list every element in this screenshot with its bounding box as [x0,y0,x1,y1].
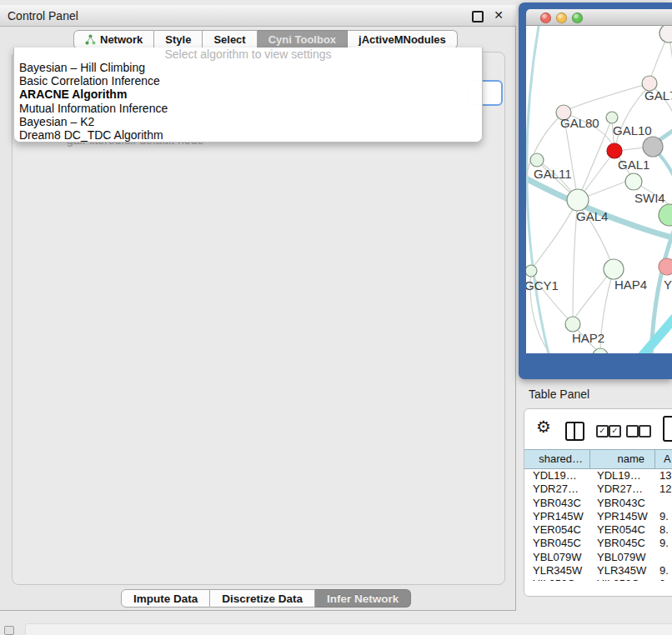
table-toolbar: ⚙✓✓ [524,409,672,449]
minimize-traffic-light-icon[interactable] [556,12,567,23]
control-panel-titlebar[interactable]: Control Panel ✕ [0,5,516,27]
table-cell [655,551,672,564]
split-columns-icon[interactable] [565,422,584,441]
table-cell: YPR145W [590,510,655,523]
network-node-label: GAL1 [618,158,649,172]
thick-teal-edges [526,128,672,353]
network-node-hap4[interactable] [604,259,624,279]
table-cell: YPR145W [524,510,590,523]
table-cell: YBL079W [590,551,655,564]
network-node-label: HAP2 [572,331,604,345]
network-node-label: SWI4 [634,191,665,205]
network-node-hap2[interactable] [565,317,580,332]
tab-label: Style [165,33,191,46]
network-node-gal1[interactable] [607,143,622,158]
algorithm-dropdown-menu: Select algorithm to view settings Bayesi… [13,48,483,142]
network-view-titlebar[interactable] [526,9,672,26]
algorithm-dropdown-items: Bayesian – Hill ClimbingBasic Correlatio… [14,61,482,142]
table-cell: YIL052C [524,578,590,581]
close-icon[interactable]: ✕ [494,8,504,22]
table-cell: YBR043C [524,497,590,510]
page-icon[interactable] [663,416,672,442]
table-row[interactable]: YBR045CYBR045C9. [524,537,672,550]
table-row[interactable]: YBL079WYBL079W [524,551,672,564]
table-cell: YIL052C [590,578,655,581]
table-row[interactable]: YDL19…YDL19…13 [524,469,672,482]
table-row[interactable]: YBR043CYBR043C [524,497,672,510]
dropdown-item-basic-correlation-inference[interactable]: Basic Correlation Inference [14,74,482,88]
table-cell: YLR345W [524,564,590,578]
table-cell: YBL079W [524,551,590,564]
float-window-icon[interactable] [472,11,484,22]
node-table: shared…nameA YDL19…YDL19…13YDR27…YDR27…1… [524,449,672,469]
dropdown-item-dream8-dc-tdc-algorithm[interactable]: Dream8 DC_TDC Algorithm [14,128,482,142]
column-header-shared-[interactable]: shared… [524,450,590,468]
network-graph: GAL7GAL80GAL10GAL1SWI4GAL11GAL4GCY1HAP4Y… [526,26,672,353]
network-canvas[interactable]: GAL7GAL80GAL10GAL1SWI4GAL11GAL4GCY1HAP4Y… [526,26,672,353]
table-row[interactable]: YLR345WYLR345W9. [524,564,672,578]
table-cell: YBR043C [590,497,655,510]
table-cell: YER054C [590,523,655,537]
table-row[interactable]: YIL052CYIL052C9. [524,578,672,581]
network-node-y[interactable] [659,258,672,275]
tab-label: Select [213,33,245,46]
table-cell: 9. [655,564,672,578]
checked-pair-icon[interactable]: ✓ [609,425,621,438]
network-node[interactable] [643,137,663,157]
network-node-label: GAL11 [534,167,572,181]
network-node-gal11[interactable] [530,153,544,167]
network-node-label: HAP4 [614,278,647,292]
table-cell: 9. [655,510,672,523]
network-node-label: GCY1 [526,278,559,292]
checked-pair-icon[interactable]: ✓ [596,425,609,438]
dropdown-item-bayesian-k2[interactable]: Bayesian – K2 [14,115,482,128]
table-cell [655,497,672,510]
tab-jactivemnodules[interactable]: jActiveMNodules [348,30,458,49]
network-node-gal10[interactable] [606,112,618,123]
zoom-traffic-light-icon[interactable] [572,12,583,23]
tab-cyni-toolbox[interactable]: Cyni Toolbox [258,30,348,49]
tab-label: jActiveMNodules [359,33,446,46]
table-row[interactable]: YPR145WYPR145W9. [524,510,672,523]
tab-label: Cyni Toolbox [268,33,336,46]
settings-gear-icon[interactable]: ⚙ [536,417,551,437]
network-icon [85,34,96,45]
bottom-strip [25,623,672,635]
minimized-window-icon[interactable] [4,626,14,635]
table-header-row: shared…nameA [524,449,672,469]
tab-discretize-data[interactable]: Discretize Data [210,589,315,608]
network-node-label: GAL4 [576,209,608,223]
table-cell: YDR27… [524,482,590,496]
network-node-swi4[interactable] [625,173,642,190]
column-header-a[interactable]: A [655,450,672,468]
close-traffic-light-icon[interactable] [540,12,551,23]
column-header-name[interactable]: name [590,450,655,468]
tab-impute-data[interactable]: Impute Data [121,589,210,608]
table-row[interactable]: YER054CYER054C8. [524,523,672,537]
table-cell: YDR27… [590,482,655,496]
table-row[interactable]: YDR27…YDR27…12 [524,482,672,496]
tab-network[interactable]: Network [73,30,154,49]
table-cell: YBR045C [590,537,655,550]
network-node-label: GAL80 [560,116,599,130]
unchecked-pair-icon[interactable] [626,425,639,438]
dropdown-item-mutual-information-inference[interactable]: Mutual Information Inference [14,102,482,115]
algorithm-dropdown-placeholder: Select algorithm to view settings [14,48,482,61]
tab-select[interactable]: Select [203,30,257,49]
panel-tabs: NetworkStyleSelectCyni ToolboxjActiveMNo… [73,30,458,49]
tab-label: Network [100,33,143,46]
dropdown-item-aracne-algorithm[interactable]: ARACNE Algorithm [14,88,482,101]
network-node[interactable] [659,204,672,226]
table-cell: 12 [655,482,672,496]
control-panel-title: Control Panel [8,9,78,22]
network-node[interactable] [659,26,672,42]
tab-infer-network[interactable]: Infer Network [315,589,411,608]
table-panel: ⚙✓✓ shared…nameA YDL19…YDL19…13YDR27…YDR… [524,408,672,597]
table-cell: YLR345W [590,564,655,578]
dropdown-item-bayesian-hill-climbing[interactable]: Bayesian – Hill Climbing [14,61,482,74]
network-node-gcy1[interactable] [526,265,537,277]
tab-style[interactable]: Style [154,30,203,49]
network-node-label: GAL7 [644,88,672,102]
network-node-gal4[interactable] [567,189,589,211]
unchecked-pair-icon[interactable] [639,425,651,438]
